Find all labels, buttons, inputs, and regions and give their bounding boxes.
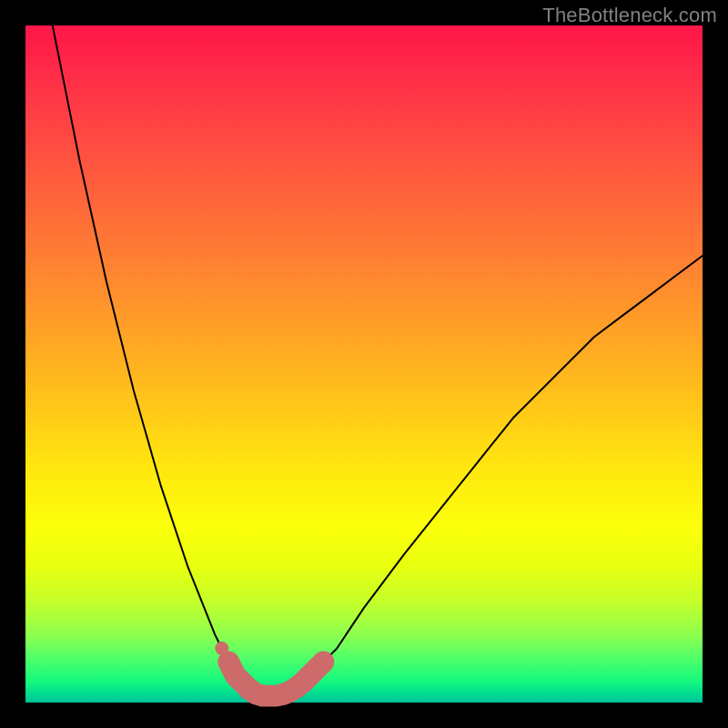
fat-right-fat (297, 662, 324, 687)
marker-left-dot (215, 642, 228, 655)
chart-frame: TheBottleneck.com (0, 0, 728, 728)
series-right-branch (297, 256, 703, 688)
plot-area (25, 25, 703, 703)
series-left-branch (53, 25, 249, 689)
bottleneck-curve (25, 25, 703, 703)
watermark-text: TheBottleneck.com (542, 4, 717, 27)
